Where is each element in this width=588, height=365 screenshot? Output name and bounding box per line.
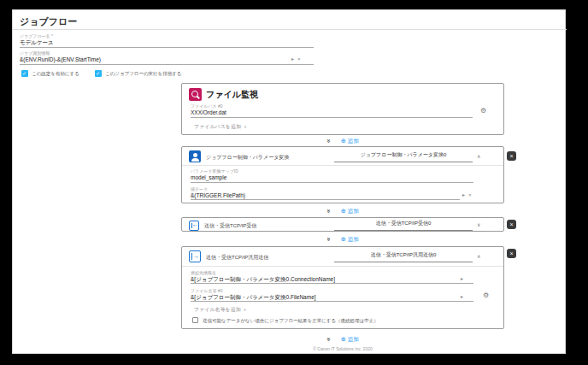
add-step-button[interactable]: ⊕ 追加 <box>341 236 359 244</box>
add-step-label: 追加 <box>348 236 359 244</box>
send-card-title: 送信・受信TCP/IP汎用送信 <box>206 254 268 262</box>
flow-connector: » ⊕ 追加 <box>181 235 504 244</box>
copyright-text: © Canon IT Solutions Inc. 2020 <box>181 346 504 351</box>
card-header-divider <box>182 165 503 166</box>
enable-setting-checkbox[interactable] <box>21 70 28 77</box>
flow-chevron-icon[interactable]: » <box>326 139 332 143</box>
file-name-settings-gear-icon[interactable]: ⚙ <box>483 292 489 299</box>
file-path-underline <box>191 117 473 118</box>
normal-on-no-data-checkbox[interactable] <box>192 317 198 323</box>
run-id-label: ジョブ識別情報 <box>20 50 50 56</box>
step-card-param-convert: ジョブフロー制御・パラメータ変換 ジョブフロー制御・パラメータ変換0 ∧ パラメ… <box>181 146 504 203</box>
add-step-button[interactable]: ⊕ 追加 <box>341 138 359 145</box>
add-step-label: 追加 <box>348 336 359 344</box>
step-card-tcpip-receive: ← 送信・受信TCP/IP受信 送信・受信TCP/IP受信0 ∨ <box>181 217 504 232</box>
add-circle-icon: ⊕ <box>341 236 346 243</box>
trigger-card-title: ファイル監視 <box>206 89 258 101</box>
run-id-underline <box>20 64 314 65</box>
normal-on-no-data-label: 送信可能なデータがない場合にジョブフロー結果を正常にする（後続処理は中止） <box>203 318 379 324</box>
param-instance-select[interactable]: ジョブフロー制御・パラメータ変換0 <box>334 151 473 162</box>
add-step-button[interactable]: ⊕ 追加 <box>341 336 359 344</box>
file-path-label: ファイルパス #0 <box>191 103 223 109</box>
step-card-tcpip-send: → 送信・受信TCP/IP汎用送信 送信・受信TCP/IP汎用送信0 ∧ 接続先… <box>181 246 504 329</box>
param-card-title: ジョブフロー制御・パラメータ変換 <box>206 154 289 162</box>
jobflow-name-input[interactable]: モデルケース <box>20 39 54 46</box>
receive-card-title: 送信・受信TCP/IP受信 <box>204 222 256 230</box>
enable-setting-label: この設定を有効にする <box>32 71 79 77</box>
delete-step-button[interactable]: × <box>507 220 516 229</box>
clear-field-icon[interactable]: × <box>297 56 304 62</box>
param-data-underline <box>191 199 460 200</box>
file-path-settings-gear-icon[interactable]: ⚙ <box>480 108 486 115</box>
param-map-underline <box>191 182 473 183</box>
add-file-name-link[interactable]: ファイル名等を追加 ＋ <box>194 306 247 314</box>
insert-variable-icon[interactable]: ▸ <box>461 294 467 299</box>
add-step-label: 追加 <box>348 208 359 215</box>
insert-variable-icon[interactable]: ▸ <box>461 276 467 281</box>
jobflow-name-label: ジョブフロー名 * <box>20 33 53 38</box>
page-title: ジョブフロー <box>20 15 77 28</box>
param-convert-icon <box>189 150 201 162</box>
delete-step-button[interactable]: × <box>507 151 516 161</box>
insert-variable-icon[interactable]: ▸ <box>291 56 297 62</box>
tcpip-receive-icon: ← <box>189 221 199 231</box>
chevron-up-icon[interactable]: ∧ <box>477 153 480 159</box>
clear-field-icon[interactable]: × <box>468 192 475 197</box>
param-data-label: 値データ <box>191 186 208 191</box>
tcpip-send-icon: → <box>189 250 201 262</box>
trigger-card-file-watch: ファイル監視 ファイルパス #0 XXX/Order.dat ⚙ ファイルパスを… <box>181 83 504 135</box>
chevron-up-icon[interactable]: ∧ <box>477 253 480 259</box>
connection-name-input[interactable]: &[ジョブフロー制御・パラメータ変換0.ConnectionName] <box>191 276 335 283</box>
file-name-input[interactable]: &[ジョブフロー制御・パラメータ変換0.FileName] <box>191 294 316 301</box>
flow-connector: » ⊕ 追加 <box>181 207 504 215</box>
flow-connector: » ⊕ 追加 <box>181 335 504 344</box>
file-watch-icon <box>189 88 202 101</box>
insert-variable-icon[interactable]: ▸ <box>462 192 468 197</box>
add-step-button[interactable]: ⊕ 追加 <box>341 208 359 215</box>
param-map-label: パラメータ変換マップID <box>191 168 238 174</box>
flow-chevron-icon[interactable]: » <box>326 238 332 241</box>
file-name-label: ファイル名等 #0 <box>191 288 222 293</box>
receive-instance-select[interactable]: 送信・受信TCP/IP受信0 <box>334 220 473 231</box>
param-instance-value: ジョブフロー制御・パラメータ変換0 <box>361 152 447 157</box>
add-circle-icon: ⊕ <box>341 208 346 215</box>
param-data-input[interactable]: &(TRIGGER.FilePath) <box>191 192 245 199</box>
run-id-actions: ▸× <box>291 56 304 62</box>
add-circle-icon: ⊕ <box>341 336 346 343</box>
param-data-actions: ▸× <box>462 191 475 197</box>
run-id-input[interactable]: &(ENV.RunID)-&(ENV.StartTime) <box>20 56 101 63</box>
card-header-divider <box>182 266 503 267</box>
flow-chevron-icon[interactable]: » <box>326 338 332 341</box>
receive-instance-value: 送信・受信TCP/IP受信0 <box>376 221 432 226</box>
connection-name-label: 接続先情報名 <box>191 270 216 275</box>
file-path-input[interactable]: XXX/Order.dat <box>191 109 226 116</box>
file-name-underline <box>191 301 473 302</box>
app-window: ジョブフロー ジョブフロー名 * モデルケース ジョブ識別情報 &(ENV.Ru… <box>0 0 588 365</box>
add-step-label: 追加 <box>348 138 359 145</box>
add-circle-icon: ⊕ <box>341 138 346 144</box>
jobflow-name-underline <box>20 47 314 48</box>
exclusive-run-checkbox[interactable] <box>95 70 102 77</box>
flow-connector: » ⊕ 追加 <box>181 137 504 145</box>
header-divider <box>13 29 567 30</box>
delete-step-button[interactable]: × <box>507 249 516 258</box>
chevron-down-icon[interactable]: ∨ <box>477 221 480 227</box>
connection-name-underline <box>191 283 473 284</box>
send-instance-value: 送信・受信TCP/IP汎用送信0 <box>371 252 437 257</box>
param-map-input[interactable]: model_sample <box>191 174 226 181</box>
jobflow-page: ジョブフロー ジョブフロー名 * モデルケース ジョブ識別情報 &(ENV.Ru… <box>12 9 566 354</box>
send-instance-select[interactable]: 送信・受信TCP/IP汎用送信0 <box>334 251 473 262</box>
exclusive-run-label: このジョブフローの実行を排他する <box>105 71 181 77</box>
add-file-path-link[interactable]: ファイルパスを追加 ＋ <box>194 123 248 131</box>
flow-chevron-icon[interactable]: » <box>326 209 332 213</box>
